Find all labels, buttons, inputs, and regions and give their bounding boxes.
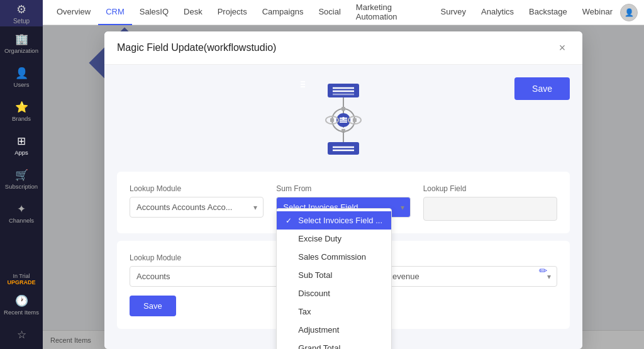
gear-icon: ⚙ <box>16 3 26 16</box>
dropdown-item-sales-commission[interactable]: Sales Commission <box>277 248 391 266</box>
star-icon: ☆ <box>17 328 26 341</box>
nav-items: Overview CRM SalesIQ Desk Projects Campa… <box>49 0 620 25</box>
user-avatar[interactable]: 👤 <box>620 4 638 21</box>
nav-item-survey[interactable]: Survey <box>433 0 474 25</box>
sidebar-item-subscription[interactable]: 🛒 Subscription <box>0 162 43 196</box>
check-icon: ✓ <box>286 216 294 225</box>
nav-item-webinar[interactable]: Webinar <box>575 0 620 25</box>
modal: Magic Field Update(workflowstudio) × Sav… <box>104 31 582 349</box>
sidebar-item-users[interactable]: 👤 Users <box>0 60 43 94</box>
nav-item-marketing-automation[interactable]: Marketing Automation <box>348 0 433 25</box>
sidebar-item-apps[interactable]: ⊞ Apps <box>0 128 43 162</box>
sidebar-item-channels[interactable]: ✦ Channels <box>0 196 43 230</box>
lookup-module-select[interactable]: Accounts Accounts Acco... <box>130 197 264 218</box>
dropdown-item-grand-total[interactable]: Grand Total <box>277 339 391 349</box>
form-section-1: Lookup Module Accounts Accounts Acco... … <box>117 172 570 233</box>
dropdown-item-adjustment[interactable]: Adjustment <box>277 321 391 339</box>
form-group-lookup-module: Lookup Module Accounts Accounts Acco... <box>130 184 264 221</box>
save-button-top[interactable]: Save <box>514 77 570 100</box>
workflow-illustration: Save <box>117 77 570 159</box>
nav-item-backstage[interactable]: Backstage <box>521 0 575 25</box>
top-nav: Overview CRM SalesIQ Desk Projects Campa… <box>43 0 644 25</box>
workflow-svg <box>299 80 387 156</box>
sidebar-label-recent: Recent Items <box>4 309 39 316</box>
nav-item-campaigns[interactable]: Campaigns <box>255 0 311 25</box>
sidebar-setup: ⚙ Setup <box>0 0 43 26</box>
sidebar-item-brands[interactable]: ⭐ Brands <box>0 94 43 128</box>
dropdown-item-discount[interactable]: Discount <box>277 284 391 302</box>
brands-icon: ⭐ <box>15 101 28 114</box>
nav-item-overview[interactable]: Overview <box>49 0 98 25</box>
setup-label: Setup <box>13 18 30 25</box>
users-icon: 👤 <box>15 67 28 80</box>
nav-item-projects[interactable]: Projects <box>210 0 255 25</box>
modal-header: Magic Field Update(workflowstudio) × <box>104 31 582 65</box>
lookup-field-placeholder <box>423 197 557 221</box>
organization-icon: 🏢 <box>15 33 28 46</box>
sidebar: ⚙ Setup 🏢 Organization 👤 Users ⭐ Brands … <box>0 0 43 349</box>
in-trial-text: In Trial UPGRADE <box>4 270 38 288</box>
main-area: Overview CRM SalesIQ Desk Projects Campa… <box>43 0 644 349</box>
sum-from-label: Sum From <box>276 184 410 193</box>
lookup-module-select-wrapper: Accounts Accounts Acco... <box>130 197 264 218</box>
content-area: CONDITION1 Magic Field Update(workflowst… <box>43 25 644 349</box>
sidebar-label-channels: Channels <box>9 217 34 224</box>
nav-item-desk[interactable]: Desk <box>176 0 210 25</box>
lookup-field-label: Lookup Field <box>423 184 557 193</box>
form-group-sum-from: Sum From Select Invoices Field ... <box>276 184 410 221</box>
dropdown-item-select-invoices[interactable]: ✓ Select Invoices Field ... <box>277 211 391 230</box>
svg-point-16 <box>342 117 345 119</box>
modal-body: Save <box>104 65 582 349</box>
svg-rect-12 <box>353 118 357 122</box>
subscription-icon: 🛒 <box>15 169 28 182</box>
upgrade-link[interactable]: UPGRADE <box>7 279 35 285</box>
sidebar-label-subscription: Subscription <box>5 183 38 190</box>
lookup-module-label: Lookup Module <box>130 184 264 193</box>
nav-item-social[interactable]: Social <box>311 0 348 25</box>
svg-rect-17 <box>328 142 359 155</box>
sidebar-bottom: In Trial UPGRADE 🕐 Recent Items ☆ <box>0 270 43 349</box>
nav-item-crm[interactable]: CRM <box>98 0 132 25</box>
sidebar-label-organization: Organization <box>4 47 38 54</box>
recent-icon: 🕐 <box>15 294 28 307</box>
modal-title: Magic Field Update(workflowstudio) <box>117 42 276 53</box>
sidebar-label-users: Users <box>14 81 30 88</box>
sidebar-item-favorites[interactable]: ☆ <box>0 322 43 349</box>
save-button-bottom[interactable]: Save <box>130 296 176 316</box>
dropdown-item-tax[interactable]: Tax <box>277 302 391 321</box>
edit-icon[interactable]: ✏ <box>539 264 547 276</box>
sidebar-item-organization[interactable]: 🏢 Organization <box>0 26 43 60</box>
nav-item-salesiq[interactable]: SalesIQ <box>132 0 176 25</box>
dropdown-item-excise-duty[interactable]: Excise Duty <box>277 230 391 248</box>
apps-icon: ⊞ <box>17 135 26 148</box>
sidebar-label-brands: Brands <box>12 115 31 122</box>
modal-overlay: Magic Field Update(workflowstudio) × Sav… <box>43 25 644 349</box>
form-row-1: Lookup Module Accounts Accounts Acco... … <box>130 184 557 221</box>
svg-rect-9 <box>341 107 345 111</box>
channels-icon: ✦ <box>17 202 26 216</box>
dropdown-item-sub-total[interactable]: Sub Total <box>277 266 391 284</box>
form-group-lookup-field: Lookup Field <box>423 184 557 221</box>
svg-rect-11 <box>330 118 334 122</box>
sidebar-item-recent[interactable]: 🕐 Recent Items <box>0 288 43 322</box>
dropdown-popup: ✓ Select Invoices Field ... Excise Duty <box>276 208 392 349</box>
close-button[interactable]: × <box>555 40 570 55</box>
sidebar-label-apps: Apps <box>14 149 28 156</box>
nav-item-analytics[interactable]: Analytics <box>474 0 521 25</box>
